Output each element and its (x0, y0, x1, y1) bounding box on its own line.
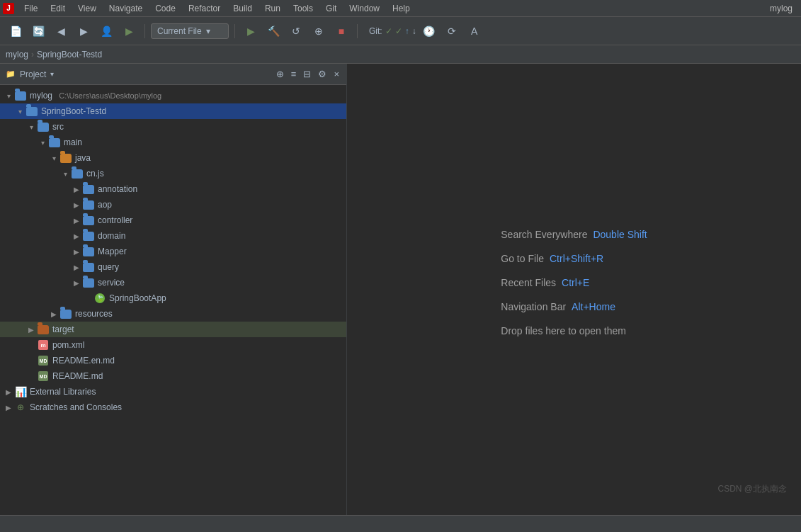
sync-btn[interactable]: 🔄 (28, 21, 48, 41)
git-check2[interactable]: ✓ (395, 26, 402, 36)
tree-root[interactable]: ▾ mylog C:\Users\asus\Desktop\mylog (0, 88, 346, 103)
build-btn[interactable]: 🔨 (263, 21, 283, 41)
menu-run[interactable]: Run (259, 2, 286, 15)
annotation-label: annotation (98, 184, 137, 194)
translate-btn[interactable]: A (465, 21, 484, 41)
scratches-arrow: ▶ (3, 404, 14, 412)
main-layout: 📁 Project ▾ ⊕ ≡ ⊟ ⚙ × ▾ mylog (0, 64, 801, 515)
src-label: src (52, 122, 64, 132)
git-section: Git: ✓ ✓ ↑ ↓ 🕐 ⟳ A (369, 21, 484, 41)
tree-query[interactable]: ▶ query (0, 259, 346, 275)
file-tree: ▾ mylog C:\Users\asus\Desktop\mylog ▾ Sp… (0, 85, 346, 515)
tree-domain[interactable]: ▶ domain (0, 228, 346, 244)
controller-label: controller (98, 215, 132, 225)
menu-view[interactable]: View (72, 2, 102, 15)
tree-readme-en[interactable]: MD README.en.md (0, 353, 346, 368)
tree-springbootapp[interactable]: 🍃 SpringBootApp (0, 290, 346, 306)
git-check1[interactable]: ✓ (385, 26, 392, 36)
project-dropdown-arrow[interactable]: ▾ (50, 70, 54, 78)
menu-refactor[interactable]: Refactor (183, 2, 226, 15)
forward-btn[interactable]: ▶ (74, 21, 93, 41)
git-push[interactable]: ↑ (405, 26, 409, 36)
query-arrow: ▶ (71, 264, 82, 271)
tree-scratches[interactable]: ▶ ⊕ Scratches and Consoles (0, 400, 346, 415)
current-file-dropdown[interactable]: Current File ▾ (151, 23, 229, 39)
menu-navigate[interactable]: Navigate (103, 2, 148, 15)
project-close-btn[interactable]: × (332, 67, 341, 81)
git-history[interactable]: 🕐 (419, 21, 439, 41)
tree-service[interactable]: ▶ service (0, 275, 346, 290)
breadcrumb-part2[interactable]: SpringBoot-Testd (37, 50, 102, 60)
back-btn[interactable]: ◀ (51, 21, 71, 41)
menu-code[interactable]: Code (149, 2, 181, 15)
breadcrumb-part1[interactable]: mylog (6, 50, 28, 60)
menu-edit[interactable]: Edit (45, 2, 71, 15)
aop-arrow: ▶ (71, 201, 82, 209)
run-btn[interactable]: ▶ (119, 21, 139, 41)
dropdown-arrow: ▾ (206, 26, 210, 36)
tree-src[interactable]: ▾ src (0, 119, 346, 135)
stop-btn[interactable]: ■ (331, 21, 351, 41)
recent-keys: Ctrl+E (562, 278, 589, 288)
cn-arrow: ▾ (59, 170, 71, 178)
target-label: target (52, 324, 74, 334)
nav-bar-row: Navigation Bar Alt+Home (501, 302, 647, 312)
tree-target[interactable]: ▶ target (0, 322, 346, 337)
mapper-folder-icon (82, 246, 95, 257)
target-folder-icon (37, 324, 50, 335)
readme-en-icon: MD (37, 355, 50, 366)
project-expand-btn[interactable]: ≡ (290, 67, 298, 81)
springboot-label: SpringBoot-Testd (41, 106, 106, 116)
cn-folder-icon (71, 168, 84, 179)
tree-resources[interactable]: ▶ resources (0, 306, 346, 322)
play-btn[interactable]: ▶ (241, 21, 261, 41)
recent-files-row: Recent Files Ctrl+E (501, 278, 647, 288)
tree-controller[interactable]: ▶ controller (0, 213, 346, 228)
java-arrow: ▾ (48, 154, 59, 162)
project-settings-btn[interactable]: ⚙ (317, 67, 328, 81)
menu-help[interactable]: Help (387, 2, 416, 15)
tree-springboot[interactable]: ▾ SpringBoot-Testd (0, 103, 346, 119)
more-btn[interactable]: ⊕ (309, 21, 329, 41)
aop-folder-icon (82, 199, 95, 210)
reload-btn[interactable]: ↺ (286, 21, 306, 41)
user-btn[interactable]: 👤 (96, 21, 116, 41)
extlib-icon: 📊 (14, 386, 27, 397)
project-locate-btn[interactable]: ⊕ (275, 67, 285, 81)
project-collapse-btn[interactable]: ⊟ (302, 67, 312, 81)
git-fetch[interactable]: ↓ (412, 26, 416, 36)
domain-arrow: ▶ (71, 232, 82, 240)
menu-build[interactable]: Build (227, 2, 258, 15)
springboot-folder-icon (25, 106, 38, 117)
tree-pom[interactable]: m pom.xml (0, 337, 346, 353)
menu-window[interactable]: Window (343, 2, 385, 15)
menu-file[interactable]: File (18, 2, 43, 15)
sep3 (357, 24, 358, 38)
tree-readme[interactable]: MD README.md (0, 368, 346, 384)
tree-main[interactable]: ▾ main (0, 135, 346, 150)
new-file-btn[interactable]: 📄 (6, 21, 25, 41)
project-folder-icon: 📁 (6, 69, 16, 79)
tree-java[interactable]: ▾ java (0, 150, 346, 166)
dropdown-label: Current File (157, 26, 202, 36)
app-icon: J (3, 3, 14, 14)
watermark: CSDN @北执南念 (717, 483, 787, 495)
menu-tools[interactable]: Tools (288, 2, 319, 15)
extlib-arrow: ▶ (3, 388, 14, 396)
tree-external-libs[interactable]: ▶ 📊 External Libraries (0, 384, 346, 400)
tree-cn[interactable]: ▾ cn.js (0, 166, 346, 181)
root-label: mylog C:\Users\asus\Desktop\mylog (30, 91, 161, 101)
main-label: main (64, 137, 82, 147)
git-revert[interactable]: ⟳ (442, 21, 462, 41)
tree-mapper[interactable]: ▶ Mapper (0, 244, 346, 259)
tree-aop[interactable]: ▶ aop (0, 197, 346, 213)
resources-folder-icon (59, 308, 72, 319)
shortcuts-panel: Search Everywhere Double Shift Go to Fil… (501, 230, 647, 350)
pom-icon: m (37, 339, 50, 351)
app-title: mylog (770, 4, 798, 13)
main-arrow: ▾ (37, 139, 48, 147)
tree-annotation[interactable]: ▶ annotation (0, 181, 346, 197)
sep1 (144, 24, 145, 38)
menu-git[interactable]: Git (320, 2, 342, 15)
project-header: 📁 Project ▾ ⊕ ≡ ⊟ ⚙ × (0, 64, 346, 85)
